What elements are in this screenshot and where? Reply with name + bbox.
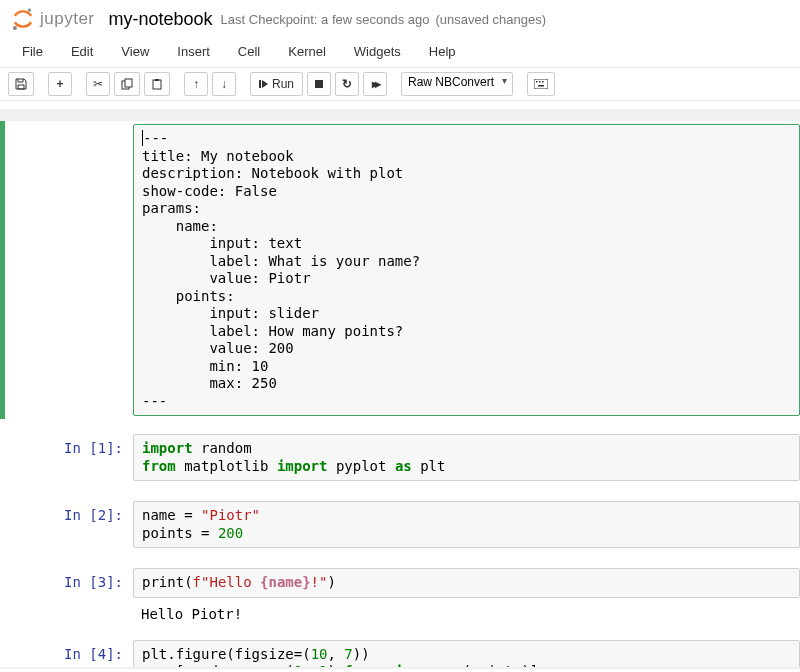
copy-icon <box>121 78 133 90</box>
input-prompt: In [4]: <box>5 640 133 664</box>
save-button[interactable] <box>8 72 34 96</box>
command-palette-button[interactable] <box>527 72 555 96</box>
restart-run-all-button[interactable]: ▸▸ <box>363 72 387 96</box>
fast-forward-icon: ▸▸ <box>372 77 378 91</box>
notebook: --- title: My notebook description: Note… <box>0 121 800 667</box>
restart-icon: ↻ <box>342 77 352 91</box>
toolbar: + ✂ ↑ ↓ Run ↻ ▸▸ Raw NBConvert <box>0 68 800 101</box>
header: jupyter my-notebook Last Checkpoint: a f… <box>0 0 800 36</box>
svg-point-0 <box>28 8 31 11</box>
move-up-button[interactable]: ↑ <box>184 72 208 96</box>
svg-point-1 <box>13 26 17 30</box>
cell-input[interactable]: plt.figure(figsize=(10, 7)) x = [random.… <box>133 640 800 667</box>
input-prompt: In [1]: <box>5 434 133 481</box>
scissors-icon: ✂ <box>93 77 103 91</box>
cell-input[interactable]: name = "Piotr" points = 200 <box>133 501 800 548</box>
paste-button[interactable] <box>144 72 170 96</box>
run-icon <box>259 79 269 89</box>
svg-rect-4 <box>153 80 161 89</box>
code-cell[interactable]: In [4]:plt.figure(figsize=(10, 7)) x = [… <box>0 637 800 667</box>
cell-body: name = "Piotr" points = 200 <box>133 501 800 548</box>
plus-icon: + <box>56 77 63 91</box>
move-down-button[interactable]: ↓ <box>212 72 236 96</box>
keyboard-icon <box>534 79 548 89</box>
menu-file[interactable]: File <box>8 36 57 67</box>
insert-cell-button[interactable]: + <box>48 72 72 96</box>
svg-rect-9 <box>536 81 538 83</box>
cell-output: Hello Piotr! <box>133 598 800 626</box>
menu-help[interactable]: Help <box>415 36 470 67</box>
run-label: Run <box>272 77 294 91</box>
jupyter-icon <box>10 6 36 32</box>
input-prompt <box>5 124 133 416</box>
notebook-container: --- title: My notebook description: Note… <box>0 109 800 669</box>
arrow-up-icon: ↑ <box>193 77 199 91</box>
cell-input[interactable]: print(f"Hello {name}!") <box>133 568 800 598</box>
svg-rect-6 <box>259 80 261 88</box>
menu-widgets[interactable]: Widgets <box>340 36 415 67</box>
menu-cell[interactable]: Cell <box>224 36 274 67</box>
celltype-value: Raw NBConvert <box>408 75 494 89</box>
svg-rect-7 <box>315 80 323 88</box>
run-button[interactable]: Run <box>250 72 303 96</box>
interrupt-button[interactable] <box>307 72 331 96</box>
notebook-name[interactable]: my-notebook <box>109 9 213 30</box>
celltype-select[interactable]: Raw NBConvert <box>401 72 513 96</box>
logo-text: jupyter <box>40 9 95 29</box>
menu-view[interactable]: View <box>107 36 163 67</box>
checkpoint-text: Last Checkpoint: a few seconds ago <box>221 12 430 27</box>
svg-rect-12 <box>538 85 544 87</box>
input-prompt: In [2]: <box>5 501 133 548</box>
code-cell[interactable]: In [2]:name = "Piotr" points = 200 <box>0 498 800 551</box>
cell-input[interactable]: --- title: My notebook description: Note… <box>133 124 800 416</box>
paste-icon <box>151 78 163 90</box>
jupyter-logo[interactable]: jupyter <box>10 6 95 32</box>
input-prompt: In [3]: <box>5 568 133 626</box>
raw-cell[interactable]: --- title: My notebook description: Note… <box>0 121 800 419</box>
copy-button[interactable] <box>114 72 140 96</box>
cell-body: plt.figure(figsize=(10, 7)) x = [random.… <box>133 640 800 664</box>
stop-icon <box>314 79 324 89</box>
cell-input[interactable]: import random from matplotlib import pyp… <box>133 434 800 481</box>
unsaved-indicator: (unsaved changes) <box>435 12 546 27</box>
save-icon <box>15 78 27 90</box>
code-cell[interactable]: In [3]:print(f"Hello {name}!")Hello Piot… <box>0 565 800 629</box>
cell-body: print(f"Hello {name}!")Hello Piotr! <box>133 568 800 626</box>
menu-edit[interactable]: Edit <box>57 36 107 67</box>
cell-body: --- title: My notebook description: Note… <box>133 124 800 416</box>
svg-rect-3 <box>125 79 132 87</box>
svg-rect-10 <box>539 81 541 83</box>
svg-rect-11 <box>542 81 544 83</box>
menu-insert[interactable]: Insert <box>163 36 224 67</box>
menu-kernel[interactable]: Kernel <box>274 36 340 67</box>
svg-rect-8 <box>534 79 548 89</box>
restart-button[interactable]: ↻ <box>335 72 359 96</box>
cut-button[interactable]: ✂ <box>86 72 110 96</box>
code-cell[interactable]: In [1]:import random from matplotlib imp… <box>0 431 800 484</box>
svg-rect-5 <box>155 79 159 81</box>
menubar: File Edit View Insert Cell Kernel Widget… <box>0 36 800 68</box>
cell-body: import random from matplotlib import pyp… <box>133 434 800 481</box>
arrow-down-icon: ↓ <box>221 77 227 91</box>
